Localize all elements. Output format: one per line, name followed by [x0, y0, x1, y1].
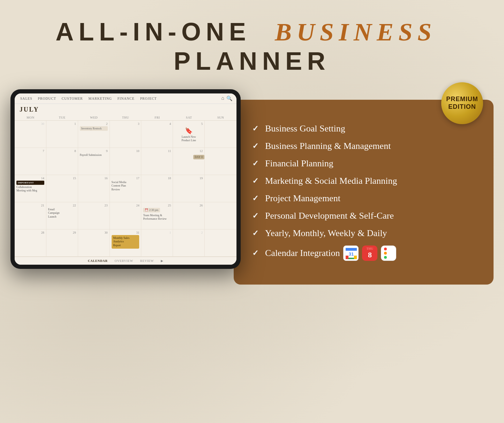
svg-rect-0 [344, 246, 359, 261]
tablet-device: SALES PRODUCT CUSTOMER MARKETING FINANCE… [10, 89, 241, 269]
check-goal: ✓ [251, 124, 259, 133]
tablet-screen: SALES PRODUCT CUSTOMER MARKETING FINANCE… [15, 93, 236, 265]
cal-cell-4: 4 [141, 121, 173, 148]
notes-line-2 [384, 252, 388, 255]
cal-cell-26: 26 [173, 202, 205, 229]
svg-rect-3 [346, 256, 348, 259]
cal-cell-5-sat: 5 🔖 Launch NewProduct Line [173, 121, 205, 148]
cal-cell-30: 30 [15, 121, 46, 148]
svg-rect-2 [346, 248, 357, 251]
feature-yearly: ✓ Yearly, Monthly, Weekly & Daily [251, 226, 478, 241]
cal-grid: 30 1 2 Inventory Restock 3 [15, 121, 236, 257]
cal-cell-5-sun [205, 121, 236, 148]
nav-tab-project[interactable]: PROJECT [139, 96, 158, 101]
check-project: ✓ [251, 194, 259, 203]
event-important-label: IMPORTANT [16, 181, 44, 185]
content-area: SALES PRODUCT CUSTOMER MARKETING FINANCE… [0, 86, 504, 423]
cal-cell-11: 11 [141, 148, 173, 175]
cal-cell-31: 31 Monthly SalesAnalyticsReport [110, 229, 142, 257]
feature-goal-setting: ✓ Business Goal Setting [251, 121, 478, 136]
cal-cell-1b: 1 [141, 229, 173, 257]
cal-day-headers: MON TUE WED THU FRI SAT SUN [15, 115, 236, 121]
cal-cell-2: 2 Inventory Restock [78, 121, 110, 148]
search-icon[interactable]: 🔍 [226, 96, 232, 101]
cal-navbar-icons: ⌂ 🔍 [221, 96, 232, 101]
day-off-badge: DAY O [193, 155, 204, 159]
cal-cell-25: 25 ⏰ 2:30 pm Team Meeting &Performance R… [141, 202, 173, 229]
feature-text-goal: Business Goal Setting [265, 123, 345, 134]
date-16: 16 [80, 176, 108, 180]
notes-line-1 [384, 248, 388, 250]
date-19: 19 [175, 176, 203, 180]
day-header-mon: MON [15, 115, 46, 120]
date-8: 8 [48, 149, 76, 153]
feature-text-marketing: Marketing & Social Media Planning [265, 176, 397, 186]
cal-cell-14: 14 IMPORTANT CollaborationMeeting with M… [15, 175, 46, 202]
check-financial: ✓ [251, 159, 259, 168]
date-29: 29 [48, 231, 76, 234]
event-monthly-sales: Monthly SalesAnalyticsReport [112, 235, 140, 249]
feature-personal-dev: ✓ Personal Development & Self-Care [251, 209, 478, 223]
feature-text-personal: Personal Development & Self-Care [265, 211, 394, 221]
nav-tab-sales[interactable]: SALES [19, 96, 34, 101]
cal-header: JULY [15, 104, 236, 115]
tab-arrow[interactable]: ▶ [161, 259, 163, 263]
tab-review[interactable]: REVIEW [140, 259, 154, 263]
day-header-wed: WED [78, 115, 110, 120]
cal-cell-16: 16 [78, 175, 110, 202]
cal-cell-28: 28 [15, 229, 46, 257]
notes-dot-red [384, 248, 387, 250]
feature-text-planning: Business Planning & Management [265, 141, 391, 151]
event-inventory-bar [112, 126, 140, 128]
header: ALL-IN-ONE BUSINESS PLANNER [0, 0, 504, 86]
nav-tab-customer[interactable]: CUSTOMER [60, 96, 84, 101]
nav-tab-marketing[interactable]: MARKETING [87, 96, 113, 101]
nav-tab-product[interactable]: PRODUCT [37, 96, 58, 101]
date-31: 31 [112, 231, 140, 234]
nav-tab-finance[interactable]: FINANCE [116, 96, 136, 101]
home-icon[interactable]: ⌂ [221, 96, 224, 101]
cal-bottom-tabs: CALENDAR OVERVIEW REVIEW ▶ [15, 257, 236, 265]
feature-business-planning: ✓ Business Planning & Management [251, 139, 478, 153]
feature-financial: ✓ Financial Planning [251, 156, 478, 171]
notes-icon [381, 246, 396, 261]
header-title: ALL-IN-ONE BUSINESS PLANNER [0, 17, 504, 75]
tab-overview[interactable]: OVERVIEW [115, 259, 133, 263]
event-payroll: Payroll Submission [80, 153, 108, 157]
date-11: 11 [143, 149, 171, 153]
date-5-sat: 5 [175, 122, 203, 126]
cal-cell-7: 7 [15, 148, 46, 175]
feature-text-project: Project Management [265, 193, 340, 204]
date-30: 30 [16, 122, 44, 126]
feature-text-financial: Financial Planning [265, 158, 333, 169]
check-yearly: ✓ [251, 229, 259, 238]
fantastical-icon: THU 8 [362, 246, 377, 261]
date-17: 17 [112, 176, 140, 180]
calendar-month: JULY [20, 106, 232, 113]
date-26: 26 [175, 204, 203, 207]
day-header-tue: TUE [46, 115, 78, 120]
check-planning: ✓ [251, 142, 259, 151]
tab-calendar[interactable]: CALENDAR [88, 259, 108, 263]
cal-navbar-tabs: SALES PRODUCT CUSTOMER MARKETING FINANCE… [19, 96, 158, 101]
date-28: 28 [16, 231, 44, 234]
notes-line-3 [384, 256, 388, 259]
time-value: 2:30 pm [149, 209, 158, 212]
clock-icon: ⏰ [145, 209, 148, 212]
day-header-fri: FRI [141, 115, 173, 120]
cal-cell-29: 29 [46, 229, 78, 257]
main-container: ALL-IN-ONE BUSINESS PLANNER SALES PRODUC… [0, 0, 504, 423]
cal-cell-23: 23 [78, 202, 110, 229]
event-launch: Launch NewProduct Line [175, 135, 203, 143]
date-1: 1 [48, 122, 76, 126]
date-9: 9 [80, 149, 108, 153]
cal-cell-12: 12 DAY O [173, 148, 205, 175]
cal-cell-18: 18 [141, 175, 173, 202]
cal-cell-21: 21 [15, 202, 46, 229]
day-header-sat: SAT [173, 115, 205, 120]
cal-cell-22: 22 EmailCampaignLaunch [46, 202, 78, 229]
day-header-sun: SUN [205, 115, 236, 120]
date-14: 14 [16, 176, 44, 180]
date-18: 18 [143, 176, 171, 180]
cal-cell-30b: 30 [78, 229, 110, 257]
